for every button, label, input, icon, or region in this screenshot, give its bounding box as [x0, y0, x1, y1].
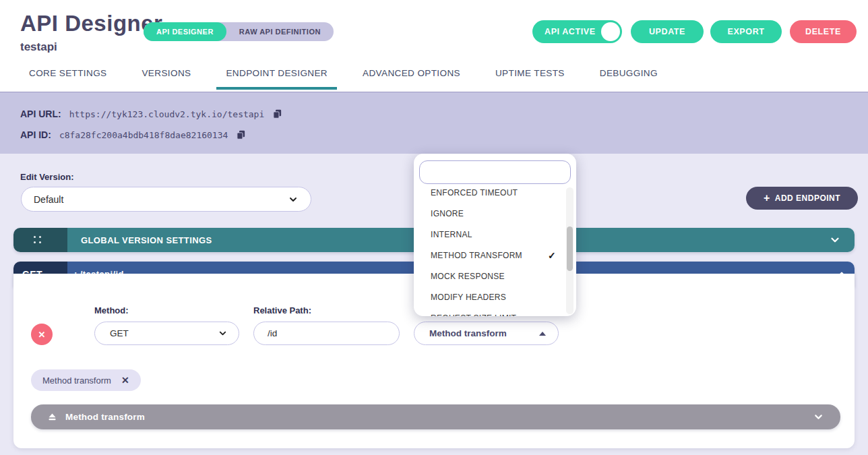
- plugin-option-request-size-limit[interactable]: REQUEST SIZE LIMIT: [414, 307, 576, 316]
- tab-versions[interactable]: VERSIONS: [142, 68, 191, 87]
- edit-version-label: Edit Version:: [20, 172, 73, 182]
- plugin-option-internal[interactable]: INTERNAL: [414, 224, 576, 245]
- api-id-label: API ID:: [20, 129, 51, 140]
- plugin-option-label: INTERNAL: [431, 230, 472, 239]
- close-icon: ✕: [38, 330, 46, 340]
- api-info-strip: API URL: https://tyk123.cloudv2.tyk.io/t…: [0, 92, 868, 154]
- relative-path-label: Relative Path:: [253, 305, 311, 315]
- plugin-option-label: ENFORCED TIMEOUT: [431, 188, 518, 198]
- check-icon: ✓: [548, 250, 556, 261]
- plugins-select-value: Method transform: [429, 328, 507, 338]
- caret-up-icon: [539, 332, 546, 336]
- tab-core-settings[interactable]: CORE SETTINGS: [29, 68, 106, 87]
- plugin-option-enforced-timeout[interactable]: ENFORCED TIMEOUT: [414, 186, 576, 203]
- copy-icon[interactable]: [236, 129, 246, 140]
- plugin-panel-bar[interactable]: Method transform: [31, 404, 840, 429]
- tab-advanced-options[interactable]: ADVANCED OPTIONS: [363, 68, 460, 87]
- plugins-dropdown-popup: ENFORCED TIMEOUTIGNOREINTERNALMETHOD TRA…: [414, 154, 576, 316]
- scrollbar-thumb[interactable]: [567, 226, 573, 271]
- global-bar-label: GLOBAL VERSION SETTINGS: [81, 235, 212, 245]
- remove-tag-icon[interactable]: ✕: [121, 375, 129, 386]
- toggle-knob[interactable]: [601, 22, 620, 41]
- plugin-option-label: MODIFY HEADERS: [431, 293, 506, 302]
- chevron-down-icon: [288, 194, 299, 205]
- plugin-option-label: METHOD TRANSFORM: [431, 251, 522, 260]
- api-name-subtitle: testapi: [20, 40, 57, 54]
- scrollbar-track[interactable]: [566, 187, 574, 314]
- update-button[interactable]: UPDATE: [631, 20, 704, 43]
- api-id-value: c8fa28fc200a4bdb418f8dae82160134: [59, 130, 228, 140]
- version-select[interactable]: Default: [21, 187, 311, 212]
- plugin-tag: Method transform ✕: [31, 369, 141, 391]
- plugin-list-viewport: ENFORCED TIMEOUTIGNOREINTERNALMETHOD TRA…: [414, 186, 576, 316]
- plugin-option-mock-response[interactable]: MOCK RESPONSE: [414, 266, 576, 286]
- plugin-option-method-transform[interactable]: METHOD TRANSFORM✓: [414, 245, 576, 266]
- version-select-value: Default: [34, 194, 63, 205]
- plugin-tag-label: Method transform: [42, 375, 111, 386]
- add-endpoint-button[interactable]: + ADD ENDPOINT: [746, 187, 858, 210]
- api-active-label: API ACTIVE: [545, 27, 596, 36]
- export-button[interactable]: EXPORT: [710, 20, 782, 43]
- plugin-list: ENFORCED TIMEOUTIGNOREINTERNALMETHOD TRA…: [414, 186, 576, 316]
- tab-uptime-tests[interactable]: UPTIME TESTS: [495, 68, 565, 87]
- drag-dots-icon: [34, 236, 42, 244]
- method-select-value: GET: [110, 328, 129, 338]
- page-title: API Designer: [20, 11, 162, 36]
- plugin-panel-label: Method transform: [65, 412, 145, 422]
- plugin-search-input[interactable]: [419, 160, 571, 184]
- api-designer-app: API Designer testapi API DESIGNER RAW AP…: [0, 0, 868, 455]
- plugins-select[interactable]: Method transform: [414, 322, 559, 345]
- tab-debugging[interactable]: DEBUGGING: [600, 68, 658, 87]
- designer-mode-toggle: API DESIGNER RAW API DEFINITION: [144, 22, 334, 41]
- plugin-option-modify-headers[interactable]: MODIFY HEADERS: [414, 286, 576, 307]
- copy-icon[interactable]: [272, 109, 282, 119]
- toggle-api-designer[interactable]: API DESIGNER: [144, 22, 226, 41]
- toggle-raw-api-definition[interactable]: RAW API DEFINITION: [226, 22, 334, 41]
- relative-path-input[interactable]: [253, 322, 400, 345]
- eject-icon: [47, 412, 57, 422]
- method-label: Method:: [94, 305, 129, 315]
- api-active-toggle[interactable]: API ACTIVE: [532, 20, 622, 43]
- drag-handle[interactable]: [13, 228, 67, 252]
- plus-icon: +: [764, 193, 770, 204]
- chevron-down-icon[interactable]: [813, 411, 824, 423]
- nav-tabs: CORE SETTINGSVERSIONSENDPOINT DESIGNERAD…: [29, 68, 658, 90]
- plugin-option-label: IGNORE: [431, 209, 464, 218]
- method-select[interactable]: GET: [94, 322, 239, 345]
- plugin-option-label: REQUEST SIZE LIMIT: [431, 313, 516, 317]
- chevron-down-icon[interactable]: [829, 234, 841, 246]
- remove-endpoint-button[interactable]: ✕: [31, 324, 53, 345]
- chevron-down-icon: [218, 328, 228, 338]
- tab-endpoint-designer[interactable]: ENDPOINT DESIGNER: [216, 68, 337, 90]
- plugin-option-ignore[interactable]: IGNORE: [414, 203, 576, 224]
- api-url-label: API URL:: [20, 109, 61, 119]
- api-url-value: https://tyk123.cloudv2.tyk.io/testapi: [69, 109, 265, 119]
- add-endpoint-label: ADD ENDPOINT: [775, 193, 840, 203]
- plugin-option-label: MOCK RESPONSE: [431, 272, 505, 281]
- delete-button[interactable]: DELETE: [790, 20, 857, 43]
